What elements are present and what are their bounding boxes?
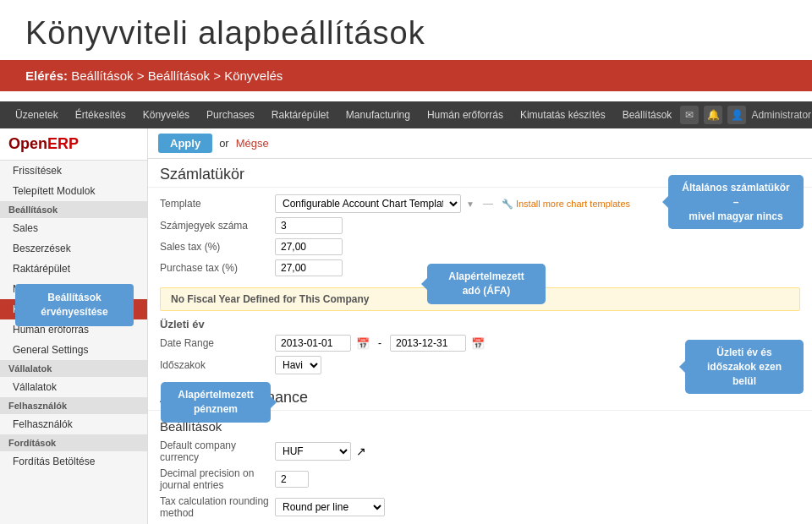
sidebar-header-beallitasok: Beállítások (0, 201, 147, 218)
sidebar-item-beszerzesek[interactable]: Beszerzések (0, 238, 147, 259)
sidebar-logo: OpenERP (0, 128, 147, 161)
callout-default-currency: Alapértelmezett pénznem (161, 382, 271, 423)
nav-hr[interactable]: Humán erőforrás (419, 101, 512, 128)
currency-icon[interactable]: ↗ (356, 445, 366, 458)
sidebar-header-forditas: Fordítások (0, 434, 147, 451)
action-bar: Apply or Mégse (148, 128, 812, 159)
sidebar-header-felhasznalok: Felhasználók (0, 397, 147, 414)
sidebar-item-modules[interactable]: Telepített Modulok (0, 181, 147, 201)
callout-chart-of-accounts: Általános számlatükör – mivel magyar nin… (668, 175, 804, 229)
sidebar-item-sales[interactable]: Sales (0, 218, 147, 238)
sidebar-item-vallalatok[interactable]: Vállalatok (0, 377, 147, 397)
date-range-label: Date Range (160, 337, 270, 349)
template-label: Template (160, 198, 270, 210)
nav-messages[interactable]: Üzenetek (7, 101, 67, 128)
date-from-input[interactable] (275, 335, 351, 352)
callout-business-year: Üzleti év és időszakok ezen belül (685, 340, 804, 394)
sales-tax-input[interactable] (275, 238, 343, 255)
user-icon[interactable]: 👤 (727, 106, 746, 124)
nav-settings[interactable]: Beállítások (614, 101, 681, 128)
account-count-input[interactable] (275, 217, 343, 234)
page-title: Könyvviteli alapbeállítások (0, 0, 812, 60)
nav-manufacturing[interactable]: Manufacturing (337, 101, 419, 128)
sidebar-header-vallalatok: Vállalatok (0, 360, 147, 377)
nav-reports[interactable]: Kimutatás készítés (512, 101, 614, 128)
nav-sales[interactable]: Értékesítés (67, 101, 134, 128)
mail-icon[interactable]: ✉ (680, 106, 699, 124)
bell-icon[interactable]: 🔔 (704, 106, 722, 124)
date-separator: - (378, 337, 381, 349)
cancel-button[interactable]: Mégse (236, 137, 269, 150)
sidebar-item-forditas[interactable]: Fordítás Betöltése (0, 451, 147, 472)
top-navigation: Üzenetek Értékesítés Könyvelés Purchases… (0, 101, 812, 128)
date-icon-to[interactable]: 📅 (471, 337, 485, 350)
sidebar: OpenERP Beállításokérvényesítése Frissít… (0, 128, 148, 524)
purchase-tax-label: Purchase tax (%) (160, 262, 270, 274)
purchase-tax-input[interactable] (275, 259, 343, 276)
install-templates-link[interactable]: 🔧 Install more chart templates (502, 199, 630, 210)
apply-button[interactable]: Apply (158, 134, 212, 153)
nav-accounting[interactable]: Könyvelés (134, 101, 198, 128)
callout-settings-apply: Beállításokérvényesítése (15, 284, 134, 326)
admin-label: Administrator (751, 109, 811, 121)
install-separator: — (483, 198, 493, 210)
account-count-label: Számjegyek száma (160, 220, 270, 232)
nav-purchases[interactable]: Purchases (198, 101, 263, 128)
sales-tax-label: Sales tax (%) (160, 241, 270, 253)
decimal-label: Decimal precision on journal entries (160, 467, 270, 491)
callout-default-tax: Alapértelmezett adó (ÁFA) (427, 264, 546, 304)
rounding-select[interactable]: Round per line (275, 498, 385, 516)
content-panel: Apply or Mégse Számlatükör Template Conf… (148, 128, 812, 524)
sidebar-item-raktarepulet[interactable]: Raktárépület (0, 259, 147, 279)
rounding-label: Tax calculation rounding method (160, 495, 270, 519)
sidebar-item-felhasznalok[interactable]: Felhasználók (0, 414, 147, 434)
currency-select[interactable]: HUF (275, 442, 351, 461)
wrench-icon: 🔧 (502, 199, 513, 210)
sidebar-item-general[interactable]: General Settings (0, 340, 147, 360)
business-year-label: Üzleti év (160, 318, 270, 330)
template-select[interactable]: Configurable Account Chart Template (275, 194, 461, 213)
or-label: or (219, 137, 229, 150)
period-label: Időszakok (160, 359, 270, 371)
template-select-icon: ▼ (466, 199, 475, 209)
date-to-input[interactable] (390, 335, 466, 352)
date-icon-from[interactable]: 📅 (356, 337, 370, 350)
period-select[interactable]: Havi (275, 356, 321, 374)
breadcrumb: Elérés: Beállítások > Beállítások > Köny… (0, 60, 812, 91)
sidebar-item-frissitesek[interactable]: Frissítések (0, 161, 147, 181)
decimal-input[interactable] (275, 471, 309, 488)
nav-warehouse[interactable]: Raktárépület (263, 101, 337, 128)
currency-label: Default company currency (160, 439, 270, 463)
form-finance: Default company currency HUF ↗ Decimal p… (148, 436, 812, 524)
